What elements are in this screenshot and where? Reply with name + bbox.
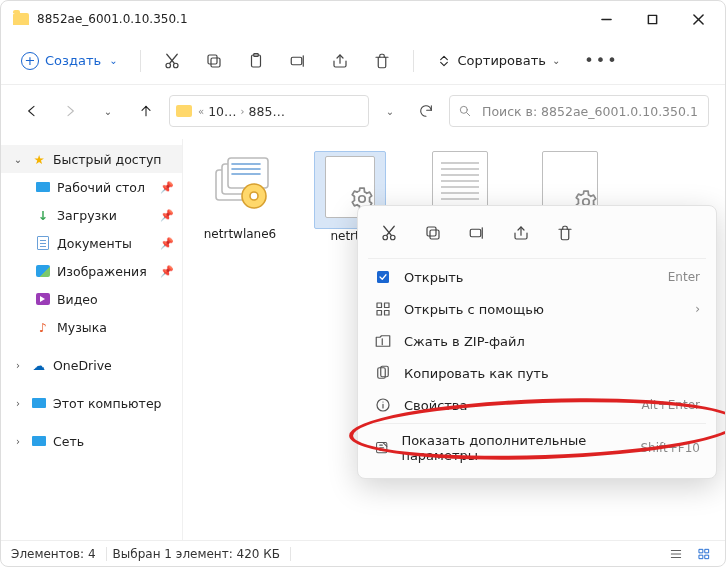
sidebar-item-pictures[interactable]: Изображения 📌 [1, 257, 182, 285]
sidebar-item-label: Видео [57, 292, 98, 307]
desktop-icon [36, 182, 50, 192]
breadcrumb-segment[interactable]: 10… › [208, 104, 244, 119]
title-bar: 8852ae_6001.0.10.350.1 [1, 1, 725, 37]
pin-icon: 📌 [160, 181, 174, 194]
status-selection: Выбран 1 элемент: 420 КБ [113, 547, 291, 561]
chevron-down-icon: ⌄ [386, 106, 394, 117]
sort-button-label: Сортировать [458, 53, 546, 68]
zip-icon [374, 332, 392, 350]
chevron-right-icon: › [241, 106, 245, 117]
ctx-copy-button[interactable] [416, 218, 450, 248]
open-icon [374, 268, 392, 286]
svg-rect-53 [705, 555, 709, 559]
sidebar-item-video[interactable]: Видео [1, 285, 182, 313]
ctx-delete-button[interactable] [548, 218, 582, 248]
context-menu: Открыть Enter Открыть с помощью › Сжать … [357, 205, 717, 479]
folder-icon [176, 105, 192, 117]
window-title: 8852ae_6001.0.10.350.1 [37, 12, 188, 26]
svg-rect-50 [699, 549, 703, 553]
ctx-compress-zip[interactable]: Сжать в ZIP-файл [358, 325, 716, 357]
breadcrumb-overflow[interactable]: « [198, 106, 204, 117]
sidebar-item-onedrive[interactable]: › ☁ OneDrive [1, 351, 182, 379]
new-button[interactable]: + Создать ⌄ [11, 48, 128, 74]
sidebar-item-label: Этот компьютер [53, 396, 162, 411]
ctx-item-label: Показать дополнительные параметры [401, 433, 628, 463]
search-box[interactable] [449, 95, 709, 127]
command-bar: + Создать ⌄ Сортировать ⌄ ••• [1, 37, 725, 85]
close-button[interactable] [675, 1, 721, 37]
breadcrumb[interactable]: « 10… › 885… [169, 95, 369, 127]
chevron-down-icon: ⌄ [552, 55, 560, 66]
maximize-button[interactable] [629, 1, 675, 37]
cut-button[interactable] [153, 42, 191, 80]
recent-locations-button[interactable]: ⌄ [93, 96, 123, 126]
sidebar-item-network[interactable]: › Сеть [1, 427, 182, 455]
svg-point-28 [383, 235, 388, 240]
svg-rect-39 [385, 303, 390, 308]
file-item[interactable]: netrtwlane6 [195, 151, 285, 241]
rename-button[interactable] [279, 42, 317, 80]
context-quick-actions [358, 212, 716, 256]
address-row: ⌄ « 10… › 885… ⌄ [1, 85, 725, 139]
file-name: netrtwlane6 [195, 227, 285, 241]
search-input[interactable] [480, 103, 700, 120]
svg-rect-9 [208, 55, 217, 64]
ctx-share-button[interactable] [504, 218, 538, 248]
copy-button[interactable] [195, 42, 233, 80]
sidebar-item-this-pc[interactable]: › Этот компьютер [1, 389, 182, 417]
pin-icon: 📌 [160, 265, 174, 278]
ctx-rename-button[interactable] [460, 218, 494, 248]
sort-button[interactable]: Сортировать ⌄ [426, 49, 571, 73]
sidebar-item-label: OneDrive [53, 358, 112, 373]
music-icon: ♪ [35, 319, 51, 335]
svg-rect-20 [228, 158, 268, 188]
sidebar-item-desktop[interactable]: Рабочий стол 📌 [1, 173, 182, 201]
breadcrumb-segment[interactable]: 885… [249, 104, 285, 119]
ctx-item-shortcut: Alt+Enter [641, 398, 700, 412]
ctx-show-more-options[interactable]: Показать дополнительные параметры Shift+… [358, 426, 716, 470]
ctx-cut-button[interactable] [372, 218, 406, 248]
download-icon: ↓ [35, 207, 51, 223]
copy-path-icon [374, 364, 392, 382]
minimize-button[interactable] [583, 1, 629, 37]
refresh-button[interactable] [411, 96, 441, 126]
svg-rect-51 [705, 549, 709, 553]
svg-rect-37 [377, 271, 389, 283]
delete-button[interactable] [363, 42, 401, 80]
svg-rect-34 [470, 229, 481, 237]
sidebar-item-quick-access[interactable]: ⌄ ★ Быстрый доступ [1, 145, 182, 173]
explorer-window: 8852ae_6001.0.10.350.1 + Создать ⌄ [0, 0, 726, 567]
chevron-down-icon: ⌄ [109, 55, 117, 66]
view-icons-button[interactable] [693, 545, 715, 563]
star-icon: ★ [31, 151, 47, 167]
apps-icon [374, 300, 392, 318]
ctx-open-with[interactable]: Открыть с помощью › [358, 293, 716, 325]
svg-point-29 [391, 235, 396, 240]
sidebar-item-downloads[interactable]: ↓ Загрузки 📌 [1, 201, 182, 229]
network-icon [32, 436, 46, 446]
sidebar-item-label: Сеть [53, 434, 84, 449]
ctx-copy-path[interactable]: Копировать как путь [358, 357, 716, 389]
share-button[interactable] [321, 42, 359, 80]
more-options-icon [374, 439, 389, 457]
forward-button[interactable] [55, 96, 85, 126]
up-button[interactable] [131, 96, 161, 126]
sidebar-item-documents[interactable]: Документы 📌 [1, 229, 182, 257]
svg-point-5 [173, 63, 178, 68]
svg-rect-32 [430, 230, 439, 239]
back-button[interactable] [17, 96, 47, 126]
chevron-down-icon: ⌄ [104, 106, 112, 117]
paste-button[interactable] [237, 42, 275, 80]
ctx-properties[interactable]: Свойства Alt+Enter [358, 389, 716, 421]
sidebar-item-label: Документы [57, 236, 132, 251]
chevron-right-icon: › [11, 360, 25, 371]
sidebar-item-music[interactable]: ♪ Музыка [1, 313, 182, 341]
more-button[interactable]: ••• [574, 47, 628, 74]
svg-rect-8 [211, 58, 220, 67]
address-dropdown[interactable]: ⌄ [377, 106, 403, 117]
view-details-button[interactable] [665, 545, 687, 563]
search-icon [458, 104, 472, 118]
ctx-open[interactable]: Открыть Enter [358, 261, 716, 293]
sidebar-item-label: Изображения [57, 264, 147, 279]
svg-point-16 [460, 106, 467, 113]
